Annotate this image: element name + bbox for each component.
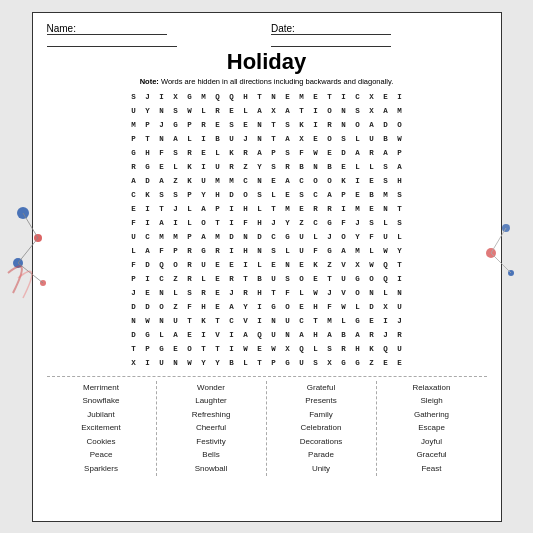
grid-cell: F [127,258,141,272]
grid-cell: N [393,286,407,300]
grid-cell: G [267,300,281,314]
grid-cell: X [267,104,281,118]
grid-cell: A [393,160,407,174]
grid-cell: A [197,230,211,244]
grid-cell: U [169,314,183,328]
word-item: Sparklers [51,462,152,476]
grid-cell: Q [211,90,225,104]
grid-cell: N [169,356,183,370]
grid-cell: A [155,216,169,230]
grid-cell: J [323,286,337,300]
grid-cell: G [351,356,365,370]
grid-cell: J [379,328,393,342]
grid-cell: U [127,230,141,244]
grid-cell: A [337,244,351,258]
letter-grid: SJIXGMQQHTNEMETICXEIUYNSWLRELAXATIONSXAM… [127,90,407,370]
grid-cell: M [155,230,169,244]
grid-cell: F [365,230,379,244]
grid-cell: W [393,132,407,146]
grid-cell: Y [239,300,253,314]
grid-cell: L [169,160,183,174]
grid-cell: U [225,132,239,146]
grid-cell: H [309,300,323,314]
grid-cell: W [379,244,393,258]
grid-cell: K [225,146,239,160]
grid-cell: J [155,118,169,132]
grid-cell: O [351,118,365,132]
grid-cell: S [295,188,309,202]
grid-cell: Q [379,272,393,286]
grid-cell: U [197,174,211,188]
grid-cell: R [211,104,225,118]
grid-cell: U [211,160,225,174]
grid-cell: A [295,328,309,342]
grid-cell: R [197,286,211,300]
grid-cell: T [155,202,169,216]
grid-cell: H [197,300,211,314]
word-item: Relaxation [381,381,483,395]
grid-cell: D [225,230,239,244]
grid-cell: N [155,286,169,300]
svg-line-6 [18,263,43,283]
grid-cell: I [309,104,323,118]
grid-cell: J [351,216,365,230]
grid-cell: Q [379,258,393,272]
grid-cell: L [253,202,267,216]
grid-cell: I [393,90,407,104]
grid-cell: B [295,160,309,174]
grid-cell: T [211,314,225,328]
grid-cell: U [127,104,141,118]
grid-cell: A [239,328,253,342]
grid-cell: U [295,356,309,370]
grid-cell: D [141,174,155,188]
grid-cell: T [267,132,281,146]
grid-cell: L [351,132,365,146]
name-field: Name: [47,23,271,47]
grid-cell: B [323,160,337,174]
grid-cell: P [267,356,281,370]
grid-cell: I [141,216,155,230]
grid-cell: T [239,272,253,286]
grid-cell: U [393,342,407,356]
grid-cell: F [281,286,295,300]
grid-cell: M [323,314,337,328]
grid-cell: R [225,160,239,174]
grid-cell: Y [211,356,225,370]
grid-cell: H [253,216,267,230]
grid-cell: C [267,230,281,244]
word-list: MerrimentSnowflakeJubilantExcitementCook… [47,376,487,476]
grid-cell: E [225,104,239,118]
grid-cell: N [309,160,323,174]
grid-cell: O [365,272,379,286]
grid-cell: O [197,216,211,230]
grid-cell: K [365,342,379,356]
grid-cell: X [323,356,337,370]
grid-cell: Z [295,216,309,230]
word-item: Celebration [271,421,372,435]
grid-cell: J [225,286,239,300]
word-item: Gathering [381,408,483,422]
grid-cell: M [393,104,407,118]
grid-cell: A [323,188,337,202]
grid-cell: E [351,188,365,202]
grid-cell: B [225,356,239,370]
grid-cell: S [337,132,351,146]
word-item: Parade [271,448,372,462]
word-item: Grateful [271,381,372,395]
grid-cell: E [225,258,239,272]
grid-cell: T [267,202,281,216]
grid-cell: A [169,132,183,146]
grid-cell: P [183,230,197,244]
grid-cell: A [225,300,239,314]
grid-cell: I [169,216,183,230]
grid-cell: L [351,160,365,174]
grid-cell: L [239,104,253,118]
grid-cell: Z [169,272,183,286]
grid-cell: A [379,104,393,118]
grid-cell: S [323,342,337,356]
word-item: Feast [381,462,483,476]
grid-cell: W [267,342,281,356]
grid-cell: H [239,244,253,258]
grid-cell: P [183,188,197,202]
grid-cell: I [253,300,267,314]
